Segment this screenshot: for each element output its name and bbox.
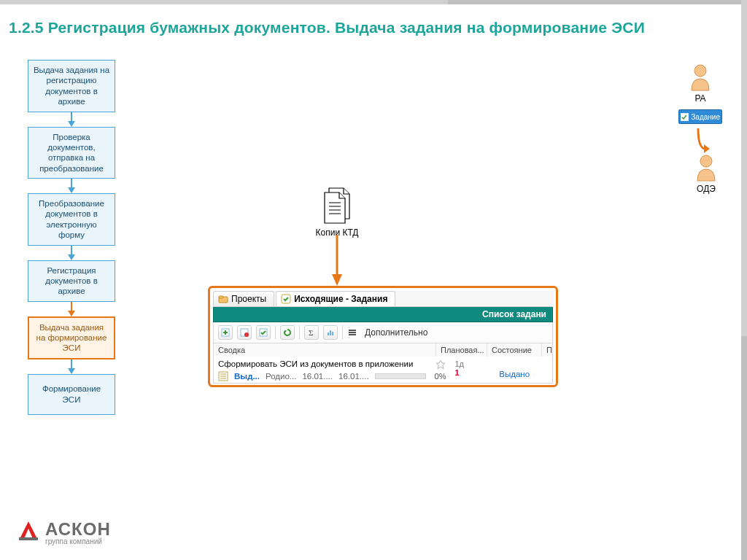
task-chip-label: Задание xyxy=(691,113,720,121)
logo-tagline: группа компаний xyxy=(45,538,111,545)
list-banner: Список задани xyxy=(213,307,553,322)
svg-rect-29 xyxy=(332,332,333,335)
process-flow: Выдача задания на регистрацию документов… xyxy=(25,60,118,415)
progress-pct: 0% xyxy=(435,372,446,381)
task-chip-icon xyxy=(681,112,689,122)
task-date-2: 16.01.... xyxy=(338,372,369,381)
logo-name: АСКОН xyxy=(45,521,111,538)
flow-step: Формирование ЭСИ xyxy=(28,374,115,415)
svg-text:Σ: Σ xyxy=(309,328,313,337)
flow-step: Проверка документов, отправка на преобра… xyxy=(28,127,115,179)
toolbar-separator xyxy=(342,326,343,339)
col-status[interactable]: Состояние xyxy=(487,343,542,357)
svg-rect-17 xyxy=(219,296,223,298)
actor-column: РА Задание ОДЭ xyxy=(674,63,727,194)
documents-icon-block: Копии КТД xyxy=(306,187,368,238)
progress-bar xyxy=(375,373,426,379)
tab-outgoing-tasks[interactable]: Исходящие - Задания xyxy=(276,291,395,306)
tab-label: Исходящие - Задания xyxy=(294,294,387,304)
svg-marker-33 xyxy=(436,360,445,369)
svg-marker-1 xyxy=(68,121,75,127)
arrow-down-icon xyxy=(66,359,77,374)
arrow-down-icon xyxy=(66,246,77,260)
col-extra[interactable]: П xyxy=(542,343,552,357)
star-icon[interactable] xyxy=(436,359,446,370)
actor-flow-arrow-icon xyxy=(695,127,705,152)
flow-step: Выдача задания на регистрацию документов… xyxy=(28,60,115,112)
slide-frame-top xyxy=(0,0,747,4)
col-plan[interactable]: Плановая... xyxy=(436,343,487,357)
svg-point-38 xyxy=(694,65,706,77)
actor-label-top: РА xyxy=(674,93,727,104)
arrow-down-icon xyxy=(66,179,77,193)
toolbar-sum-button[interactable]: Σ xyxy=(304,325,319,340)
toolbar-refresh-button[interactable] xyxy=(280,325,295,340)
logo-mark-icon xyxy=(16,518,41,545)
slide-frame-right xyxy=(741,0,747,560)
task-grid: Сводка Плановая... Состояние П Сформиров… xyxy=(213,343,553,384)
toolbar-cancel-button[interactable] xyxy=(237,325,252,340)
person-icon xyxy=(686,153,727,182)
cell-status: Выдано xyxy=(495,358,542,383)
task-date-1: 16.01.... xyxy=(302,372,333,381)
task-out-icon xyxy=(281,294,291,304)
svg-marker-7 xyxy=(68,311,75,316)
svg-point-41 xyxy=(700,155,712,167)
arrow-down-icon xyxy=(66,302,77,316)
toolbar: Σ Дополнительно xyxy=(213,322,553,343)
svg-marker-15 xyxy=(332,274,342,286)
arrow-down-icon xyxy=(66,112,77,127)
cell-summary: Сформировать ЭСИ из документов в приложе… xyxy=(214,358,450,383)
grid-header: Сводка Плановая... Состояние П xyxy=(214,343,552,357)
task-sub-link[interactable]: Выд... xyxy=(234,372,260,381)
cell-edge xyxy=(542,358,552,383)
company-logo: АСКОН группа компаний xyxy=(16,518,111,545)
toolbar-separator xyxy=(275,326,276,339)
tab-label: Проекты xyxy=(231,294,266,304)
toolbar-complete-button[interactable] xyxy=(256,325,271,340)
svg-point-23 xyxy=(244,332,249,337)
toolbar-extra-menu[interactable]: Дополнительно xyxy=(362,327,427,338)
plan-duration: 1д xyxy=(454,359,490,368)
tab-bar: Проекты Исходящие - Задания xyxy=(213,291,553,307)
table-row[interactable]: Сформировать ЭСИ из документов в приложе… xyxy=(214,357,552,383)
flow-step-current: Выдача задания на формирование ЭСИ xyxy=(28,316,115,359)
toolbar-separator xyxy=(299,326,300,339)
task-title: Сформировать ЭСИ из документов в приложе… xyxy=(218,359,446,368)
app-window: Проекты Исходящие - Задания Список задан… xyxy=(208,286,558,387)
task-list-icon xyxy=(218,371,228,381)
cell-plan: 1д 1 xyxy=(450,358,495,383)
task-author: Родио... xyxy=(266,372,296,381)
svg-marker-9 xyxy=(68,368,75,374)
svg-marker-3 xyxy=(68,187,75,193)
menu-icon[interactable] xyxy=(347,327,357,338)
arrow-to-app-icon xyxy=(331,235,343,286)
svg-marker-40 xyxy=(704,144,710,153)
svg-rect-28 xyxy=(330,330,331,335)
svg-marker-5 xyxy=(68,254,75,260)
toolbar-new-button[interactable] xyxy=(218,325,233,340)
flow-step: Преобразование документов в электронную … xyxy=(28,193,115,246)
status-value: Выдано xyxy=(499,370,538,378)
flow-step: Регистрация документов в архиве xyxy=(28,260,115,302)
documents-icon xyxy=(306,187,368,225)
actor-label-bottom: ОДЭ xyxy=(686,184,727,194)
person-icon xyxy=(674,63,727,92)
page-title: 1.2.5 Регистрация бумажных документов. В… xyxy=(9,19,732,36)
folder-icon xyxy=(218,294,228,304)
col-summary[interactable]: Сводка xyxy=(214,343,436,357)
task-chip: Задание xyxy=(678,109,722,124)
plan-count: 1 xyxy=(454,368,490,377)
tab-projects[interactable]: Проекты xyxy=(213,291,274,306)
toolbar-chart-button[interactable] xyxy=(323,325,338,340)
svg-rect-44 xyxy=(19,537,38,540)
svg-rect-27 xyxy=(328,332,329,335)
